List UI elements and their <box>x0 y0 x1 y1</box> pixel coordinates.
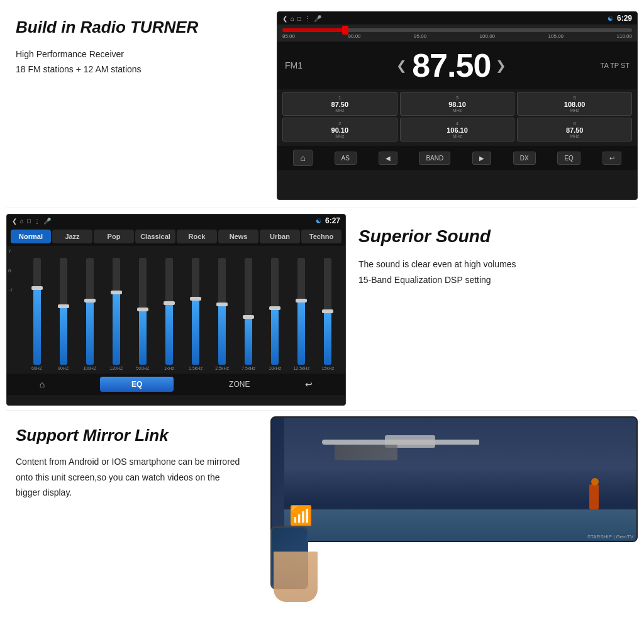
eq-slider-fill-6 <box>192 299 199 365</box>
home-icon[interactable]: ⌂ <box>291 15 294 22</box>
eq-bottom-bar: ⌂ EQ ZONE ↩ <box>7 374 345 395</box>
eq-bar-col-3[interactable] <box>104 248 128 365</box>
zone-button[interactable]: ZONE <box>229 380 250 389</box>
back-icon[interactable]: ❮ <box>282 15 287 22</box>
preset-1[interactable]: 1 87.50 MHz <box>282 92 397 116</box>
eq-bar-col-1[interactable] <box>51 248 75 365</box>
eq-slider-track-1 <box>60 258 67 365</box>
radio-screen: ❮ ⌂ □ ⋮ 🎤 ☯ 6:29 85.00 90.00 95.00 100.0… <box>277 11 638 200</box>
eq-bar-col-0[interactable] <box>25 248 49 365</box>
radio-freq-nav: ❮ 87.50 ❯ <box>396 47 506 84</box>
eq-slider-thumb-1[interactable] <box>58 304 69 308</box>
seek-label-3: 100.00 <box>480 33 495 39</box>
radio-status-bar: ❮ ⌂ □ ⋮ 🎤 ☯ 6:29 <box>277 12 637 25</box>
eq-button[interactable]: EQ <box>100 377 174 392</box>
eq-slider-track-8 <box>245 258 252 365</box>
eq-mic-icon[interactable]: 🎤 <box>43 218 51 225</box>
preset-6[interactable]: 6 87.50 MHz <box>517 118 632 142</box>
eq-home-icon[interactable]: ⌂ <box>20 218 24 225</box>
eq-slider-thumb-0[interactable] <box>31 286 43 290</box>
mic-icon[interactable]: 🎤 <box>314 15 321 22</box>
eq-slider-track-0 <box>33 258 41 365</box>
eq-preset-news[interactable]: News <box>218 230 258 243</box>
radio-presets: 1 87.50 MHz 3 98.10 MHz 5 108.00 MHz 2 <box>277 89 637 146</box>
radio-band-button[interactable]: BAND <box>419 152 450 165</box>
eq-slider-track-2 <box>86 258 94 365</box>
eq-slider-thumb-7[interactable] <box>216 303 228 306</box>
eq-preset-rock[interactable]: Rock <box>177 230 217 243</box>
eq-status-icons: ❮ ⌂ □ ⋮ 🎤 <box>12 218 51 225</box>
eq-more-icon[interactable]: ⋮ <box>34 218 40 225</box>
eq-preset-classical[interactable]: Classical <box>135 230 175 243</box>
square-icon[interactable]: □ <box>297 15 301 22</box>
eq-slider-thumb-6[interactable] <box>190 297 201 301</box>
eq-square-icon[interactable]: □ <box>27 218 31 225</box>
seek-label-0: 85.00 <box>282 33 295 39</box>
radio-prev-button[interactable]: ◀ <box>379 152 397 165</box>
eq-bar-col-8[interactable] <box>236 248 261 365</box>
eq-bar-col-6[interactable] <box>183 248 208 365</box>
radio-controls: ⌂ AS ◀ BAND ▶ DX EQ ↩ <box>277 146 637 170</box>
radio-seek-bar[interactable]: 85.00 90.00 95.00 100.00 105.00 110.00 <box>277 25 637 42</box>
seek-thumb <box>342 26 348 35</box>
preset-3[interactable]: 3 98.10 MHz <box>400 92 515 116</box>
eq-status-bar: ❮ ⌂ □ ⋮ 🎤 ☯ 6:27 <box>7 214 345 227</box>
radio-as-button[interactable]: AS <box>335 152 357 165</box>
seek-fill <box>282 28 345 32</box>
eq-bar-col-11[interactable] <box>316 248 340 365</box>
radio-home-button[interactable]: ⌂ <box>293 150 312 166</box>
eq-slider-fill-0 <box>33 288 41 365</box>
eq-bar-col-10[interactable] <box>289 248 314 365</box>
radio-eq-button[interactable]: EQ <box>557 152 580 165</box>
eq-section: ❮ ⌂ □ ⋮ 🎤 ☯ 6:27 Normal Jazz Pop Classic… <box>0 211 644 409</box>
mirror-brand-label: STARSHIP | GemTV <box>587 534 633 540</box>
eq-slider-thumb-9[interactable] <box>269 306 280 310</box>
eq-freq-label-10: 12.5kHz <box>289 366 314 370</box>
more-icon[interactable]: ⋮ <box>304 15 311 22</box>
mirror-title: Support Mirror Link <box>16 426 242 445</box>
eq-back-icon[interactable]: ❮ <box>12 218 17 225</box>
eq-slider-thumb-11[interactable] <box>322 309 333 313</box>
eq-freq-label-5: 1kHz <box>157 366 181 370</box>
eq-slider-thumb-10[interactable] <box>296 299 307 303</box>
radio-band: FM1 <box>285 60 303 70</box>
eq-preset-pop[interactable]: Pop <box>94 230 134 243</box>
eq-home-button[interactable]: ⌂ <box>40 379 45 389</box>
eq-slider-thumb-4[interactable] <box>137 308 148 311</box>
radio-dx-button[interactable]: DX <box>513 152 536 165</box>
eq-preset-urban[interactable]: Urban <box>260 230 300 243</box>
eq-preset-jazz[interactable]: Jazz <box>52 230 92 243</box>
radio-next-button[interactable]: ▶ <box>472 152 491 165</box>
eq-freq-label-8: 7.5kHz <box>236 366 261 370</box>
eq-bar-col-7[interactable] <box>210 248 235 365</box>
seek-label-5: 110.00 <box>617 33 632 39</box>
eq-freq-label-0: 60HZ <box>25 366 49 370</box>
eq-preset-normal[interactable]: Normal <box>11 230 51 243</box>
eq-bottom-back-button[interactable]: ↩ <box>305 379 313 389</box>
preset-4[interactable]: 4 106.10 MHz <box>400 118 515 142</box>
eq-bar-col-2[interactable] <box>77 248 102 365</box>
eq-freq-label-6: 1.5kHz <box>183 366 208 370</box>
seek-label-4: 105.00 <box>548 33 564 39</box>
eq-slider-thumb-5[interactable] <box>164 301 175 305</box>
seek-label-1: 90.00 <box>348 33 361 39</box>
freq-prev-arrow[interactable]: ❮ <box>396 58 407 73</box>
radio-preset-row-1: 1 87.50 MHz 3 98.10 MHz 5 108.00 MHz <box>282 92 632 116</box>
eq-slider-fill-4 <box>139 309 147 365</box>
superior-sound-text-block: Superior Sound The sound is clear even a… <box>352 214 638 406</box>
eq-freq-label-4: 500HZ <box>130 366 155 370</box>
radio-back-button[interactable]: ↩ <box>602 152 621 165</box>
preset-5[interactable]: 5 108.00 MHz <box>517 92 632 116</box>
eq-bar-col-4[interactable] <box>130 248 155 365</box>
eq-slider-fill-5 <box>165 303 173 365</box>
eq-slider-thumb-3[interactable] <box>111 291 122 294</box>
freq-next-arrow[interactable]: ❯ <box>496 58 506 73</box>
eq-slider-thumb-2[interactable] <box>84 299 96 303</box>
seek-label-2: 95.00 <box>414 33 426 39</box>
eq-bar-col-5[interactable] <box>157 248 181 365</box>
preset-2[interactable]: 2 90.10 MHz <box>282 118 397 142</box>
eq-bar-col-9[interactable] <box>263 248 287 365</box>
eq-preset-techno[interactable]: Techno <box>301 230 341 243</box>
radio-preset-row-2: 2 90.10 MHz 4 106.10 MHz 6 87.50 MHz <box>282 118 632 142</box>
eq-slider-thumb-8[interactable] <box>243 315 254 319</box>
